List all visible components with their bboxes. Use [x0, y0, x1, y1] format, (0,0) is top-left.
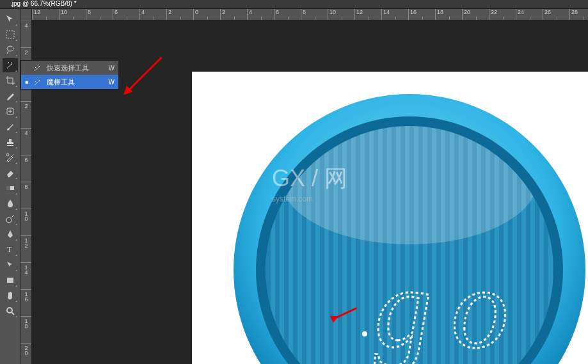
ruler-tick: 10: [20, 209, 31, 235]
ruler-tick: 12: [20, 235, 31, 262]
stamp-tool[interactable]: [3, 135, 18, 149]
flyout-item-quick-select-icon[interactable]: 快速选择工具W: [21, 61, 118, 75]
svg-text:T: T: [7, 245, 12, 254]
svg-rect-0: [6, 31, 14, 38]
ruler-tick: 4: [139, 9, 166, 20]
ruler-tick: 16: [408, 9, 435, 20]
badge-graphic: g o: [230, 91, 588, 364]
gradient-tool[interactable]: [3, 181, 18, 195]
ruler-tick: 2: [20, 101, 31, 128]
zoom-tool[interactable]: [3, 304, 18, 318]
ruler-tick: 8: [20, 182, 31, 209]
ruler-tick: 12: [32, 9, 59, 20]
ruler-tick: 22: [489, 9, 516, 20]
path-select-tool[interactable]: [3, 258, 18, 272]
crop-tool[interactable]: [3, 74, 18, 88]
rectangle-tool[interactable]: [3, 273, 18, 287]
magic-wand-tool[interactable]: [3, 58, 18, 72]
ruler-tick: 26: [543, 9, 569, 20]
brush-tool[interactable]: [3, 120, 18, 134]
document-tab-bar: .jpg @ 66.7%(RGB/8) *: [0, 0, 588, 9]
ruler-tick: 4: [20, 20, 31, 47]
document-tab[interactable]: .jpg @ 66.7%(RGB/8) *: [6, 0, 81, 8]
flyout-item-magic-wand-icon[interactable]: ■魔棒工具W: [21, 75, 118, 89]
ruler-tick: 6: [113, 9, 139, 20]
svg-text:o: o: [451, 244, 509, 364]
ruler-tick: 4: [20, 128, 31, 155]
ruler-tick: 20: [20, 343, 31, 364]
ruler-tick: 14: [20, 262, 31, 289]
svg-text:g: g: [374, 244, 432, 364]
ruler-tick: 2: [220, 9, 247, 20]
history-brush-tool[interactable]: [3, 150, 18, 164]
patch-tool[interactable]: [3, 104, 18, 118]
blur-tool[interactable]: [3, 196, 18, 210]
svg-point-18: [362, 331, 367, 336]
pen-tool[interactable]: [3, 227, 18, 241]
ruler-tick: 2: [166, 9, 193, 20]
ruler-tick: 12: [354, 9, 381, 20]
flyout-label: 快速选择工具: [47, 63, 105, 73]
move-tool[interactable]: [3, 12, 18, 26]
ruler-tick: 20: [462, 9, 489, 20]
hand-tool[interactable]: [3, 289, 18, 303]
ruler-tick: 18: [20, 316, 31, 343]
ruler-tick: 24: [516, 9, 543, 20]
ruler-tick: 18: [435, 9, 462, 20]
ruler-tick: 4: [247, 9, 274, 20]
svg-point-5: [6, 218, 12, 223]
ruler-tick: 10: [328, 9, 354, 20]
svg-point-2: [6, 154, 9, 156]
svg-rect-4: [6, 186, 10, 190]
ruler-tick: 14: [381, 9, 408, 20]
eraser-tool[interactable]: [3, 166, 18, 180]
ruler-tick: 28: [569, 9, 588, 20]
ruler-tick: 16: [20, 289, 31, 316]
dodge-tool[interactable]: [3, 212, 18, 226]
tools-panel: T: [0, 9, 20, 364]
ruler-origin[interactable]: [20, 9, 32, 20]
flyout-label: 魔棒工具: [47, 77, 105, 87]
magic-wand-icon: [33, 77, 43, 87]
ruler-horizontal[interactable]: 12108642024681012141618202224262830: [32, 9, 588, 20]
ruler-tick: 0: [193, 9, 220, 20]
eyedropper-tool[interactable]: [3, 89, 18, 103]
ruler-tick: 6: [20, 155, 31, 182]
type-tool[interactable]: T: [3, 242, 18, 257]
svg-point-8: [7, 308, 12, 313]
flyout-shortcut: W: [109, 65, 115, 72]
ruler-tick: 8: [301, 9, 328, 20]
flyout-shortcut: W: [109, 79, 115, 86]
svg-rect-7: [7, 278, 13, 283]
quick-select-icon: [33, 63, 43, 73]
ruler-tick: 10: [59, 9, 86, 20]
lasso-tool[interactable]: [3, 43, 18, 57]
selected-indicator: ■: [25, 79, 29, 85]
marquee-tool[interactable]: [3, 28, 18, 42]
ruler-tick: 8: [86, 9, 113, 20]
magic-wand-flyout: 快速选择工具W■魔棒工具W: [20, 60, 119, 90]
ruler-tick: 6: [274, 9, 301, 20]
